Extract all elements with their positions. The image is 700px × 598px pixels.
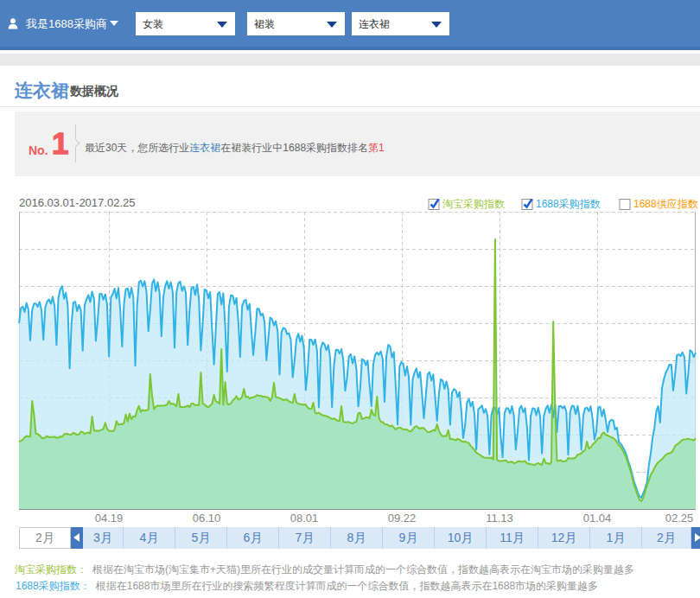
svg-text:04.19: 04.19 <box>95 512 124 525</box>
svg-text:02.25: 02.25 <box>665 512 694 525</box>
svg-text:08.01: 08.01 <box>290 512 319 525</box>
svg-text:01.04: 01.04 <box>583 512 612 525</box>
svg-text:11.13: 11.13 <box>486 512 513 525</box>
svg-text:09.22: 09.22 <box>388 512 417 525</box>
svg-text:06.10: 06.10 <box>193 512 221 525</box>
